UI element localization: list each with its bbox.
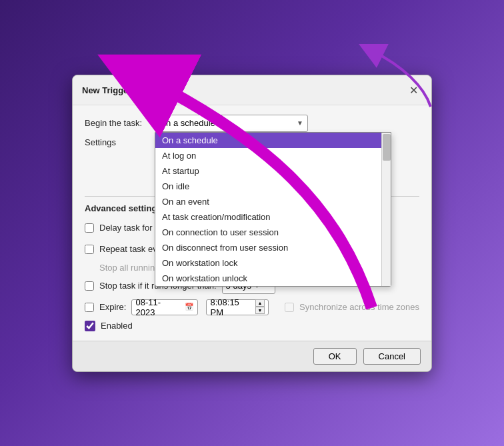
- delay-checkbox[interactable]: [85, 223, 94, 233]
- ok-button[interactable]: OK: [313, 348, 357, 365]
- dropdown-item-creation[interactable]: At task creation/modification: [155, 209, 391, 225]
- expire-label: Expire:: [99, 302, 126, 312]
- dropdown-item-unlock[interactable]: On workstation unlock: [155, 271, 391, 286]
- new-trigger-dialog: New Trigger ✕ Begin the task: On a sched…: [72, 75, 432, 372]
- cancel-button[interactable]: Cancel: [363, 348, 421, 365]
- dropdown-item-schedule[interactable]: On a schedule: [155, 133, 391, 148]
- dropdown-item-event[interactable]: On an event: [155, 194, 391, 209]
- dropdown-item-connection[interactable]: On connection to user session: [155, 225, 391, 240]
- scrollbar[interactable]: [381, 133, 391, 286]
- sync-label: Synchronize across time zones: [299, 302, 419, 312]
- scrollbar-thumb: [383, 134, 391, 161]
- expire-time-input[interactable]: 8:08:15 PM ▲ ▼: [206, 299, 269, 315]
- spin-down-button[interactable]: ▼: [255, 307, 265, 314]
- dropdown-item-disconnect[interactable]: On disconnect from user session: [155, 240, 391, 255]
- settings-label: Settings: [85, 137, 155, 147]
- expire-checkbox[interactable]: [85, 303, 94, 312]
- dropdown-item-idle[interactable]: On idle: [155, 179, 391, 194]
- expire-row: Expire: 08-11-2023 📅 8:08:15 PM ▲ ▼ Sync…: [85, 299, 419, 315]
- spin-up-button[interactable]: ▲: [255, 299, 265, 307]
- chevron-down-icon: ▼: [297, 119, 303, 127]
- begin-task-label: Begin the task:: [85, 118, 155, 128]
- enabled-checkbox[interactable]: [85, 321, 95, 331]
- expire-date-input[interactable]: 08-11-2023 📅: [131, 299, 198, 315]
- sync-checkbox[interactable]: [285, 303, 294, 312]
- stop-longer-checkbox[interactable]: [85, 281, 94, 291]
- dropdown-item-lock[interactable]: On workstation lock: [155, 255, 391, 271]
- enabled-row: Enabled: [85, 321, 419, 331]
- dialog-body: Begin the task: On a schedule ▼ On a sch…: [73, 105, 431, 341]
- dialog-title: New Trigger: [82, 85, 131, 95]
- title-bar: New Trigger ✕: [73, 75, 431, 105]
- dropdown-item-startup[interactable]: At startup: [155, 163, 391, 179]
- calendar-icon[interactable]: 📅: [185, 303, 194, 311]
- enabled-label: Enabled: [101, 321, 133, 331]
- repeat-checkbox[interactable]: [85, 245, 94, 254]
- close-button[interactable]: ✕: [405, 82, 422, 99]
- expire-time-value: 8:08:15 PM: [210, 297, 250, 317]
- dropdown-item-logon[interactable]: At log on: [155, 148, 391, 163]
- dialog-footer: OK Cancel: [73, 341, 431, 371]
- time-spinner[interactable]: ▲ ▼: [255, 299, 265, 315]
- dropdown-overlay: On a schedule At log on At startup On id…: [155, 132, 391, 287]
- begin-task-row: Begin the task: On a schedule ▼ On a sch…: [85, 115, 419, 132]
- begin-task-dropdown[interactable]: On a schedule ▼: [155, 115, 308, 132]
- expire-date-value: 08-11-2023: [135, 297, 179, 317]
- begin-task-value: On a schedule: [159, 118, 215, 128]
